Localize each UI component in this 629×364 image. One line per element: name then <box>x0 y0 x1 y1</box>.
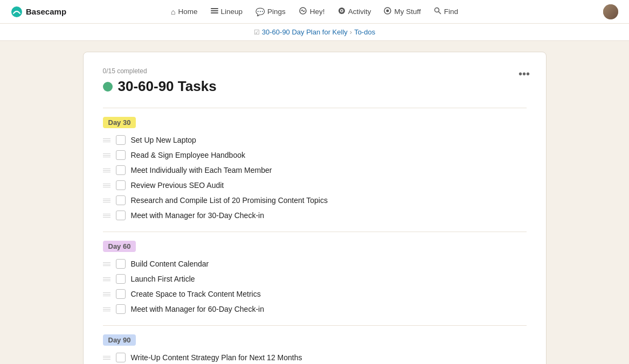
table-row[interactable]: Research and Compile List of 20 Promisin… <box>103 193 527 208</box>
table-row[interactable]: Meet Individually with Each Team Member <box>103 163 527 178</box>
todo-checkbox[interactable] <box>116 135 126 145</box>
avatar-image <box>603 4 618 19</box>
group-badge-day30: Day 30 <box>103 117 136 128</box>
svg-rect-1 <box>211 8 218 9</box>
top-nav: Basecamp ⌂ Home Lineup 💬 Pings <box>0 0 629 24</box>
drag-handle-icon[interactable] <box>103 292 110 296</box>
nav-pings[interactable]: 💬 Pings <box>250 4 291 19</box>
nav-home-label: Home <box>178 8 198 16</box>
drag-handle-icon[interactable] <box>103 138 110 142</box>
table-row[interactable]: Meet with Manager for 60-Day Check-in <box>103 302 527 317</box>
breadcrumb-icon: ☑ <box>254 29 260 36</box>
basecamp-icon <box>11 6 23 18</box>
table-row[interactable]: Launch First Article <box>103 271 527 286</box>
todo-text: Read & Sign Employee Handbook <box>131 151 245 159</box>
nav-activity[interactable]: Activity <box>333 4 377 19</box>
todo-checkbox[interactable] <box>116 259 126 269</box>
task-title-row: 30-60-90 Tasks <box>103 78 527 95</box>
nav-hey-label: Hey! <box>310 8 325 16</box>
nav-lineup[interactable]: Lineup <box>205 4 248 19</box>
drag-handle-icon[interactable] <box>103 184 110 187</box>
groups-container: Day 30Set Up New LaptopRead & Sign Emplo… <box>103 117 527 364</box>
todo-checkbox[interactable] <box>116 180 126 190</box>
todo-text: Build Content Calendar <box>131 260 209 268</box>
activity-icon <box>338 7 345 16</box>
hey-icon <box>299 7 307 16</box>
completion-status: 0/15 completed <box>103 67 527 75</box>
table-row[interactable]: Build Content Calendar <box>103 256 527 271</box>
group-label-day30: Day 30 <box>103 117 527 132</box>
nav-pings-label: Pings <box>267 8 286 16</box>
todo-checkbox[interactable] <box>116 289 126 299</box>
breadcrumb-separator: › <box>350 28 352 36</box>
todo-checkbox[interactable] <box>116 353 126 362</box>
group-label-day90: Day 90 <box>103 334 527 350</box>
nav-find[interactable]: Find <box>428 4 464 19</box>
group-divider <box>103 232 527 232</box>
todo-list-day30: Set Up New LaptopRead & Sign Employee Ha… <box>103 132 527 223</box>
table-row[interactable]: Meet with Manager for 30-Day Check-in <box>103 208 527 223</box>
activity-svg <box>338 7 345 15</box>
todo-text: Meet with Manager for 30-Day Check-in <box>131 211 264 220</box>
todo-checkbox[interactable] <box>116 195 126 205</box>
more-options-icon: ••• <box>519 68 530 80</box>
table-row[interactable]: Review Previous SEO Audit <box>103 178 527 193</box>
header-divider <box>103 108 527 108</box>
drag-handle-icon[interactable] <box>103 262 110 266</box>
drag-handle-icon[interactable] <box>103 214 110 218</box>
find-icon <box>434 7 441 16</box>
todo-checkbox[interactable] <box>116 211 126 220</box>
nav-home[interactable]: ⌂ Home <box>165 4 203 19</box>
nav-hey[interactable]: Hey! <box>293 4 330 19</box>
mystuff-icon <box>384 7 391 16</box>
nav-find-label: Find <box>444 8 458 16</box>
task-header: 0/15 completed 30-60-90 Tasks <box>103 67 527 95</box>
todo-text: Meet Individually with Each Team Member <box>131 166 272 174</box>
group-label-day60: Day 60 <box>103 241 527 256</box>
hey-svg <box>299 7 307 15</box>
brand-logo[interactable]: Basecamp <box>11 6 66 18</box>
breadcrumb-project-link[interactable]: 30-60-90 Day Plan for Kelly <box>262 28 348 36</box>
main-content: ••• 0/15 completed 30-60-90 Tasks Day 30… <box>0 41 629 364</box>
user-avatar[interactable] <box>603 4 618 19</box>
find-svg <box>434 7 441 15</box>
table-row[interactable]: Read & Sign Employee Handbook <box>103 148 527 163</box>
todo-text: Write-Up Content Strategy Plan for Next … <box>131 353 302 362</box>
nav-lineup-label: Lineup <box>221 8 243 16</box>
drag-handle-icon[interactable] <box>103 153 110 157</box>
table-row[interactable]: Write-Up Content Strategy Plan for Next … <box>103 350 527 364</box>
svg-rect-3 <box>211 12 218 13</box>
group-badge-day60: Day 60 <box>103 241 136 252</box>
todo-text: Launch First Article <box>131 275 195 283</box>
svg-point-9 <box>386 10 389 12</box>
page-title: 30-60-90 Tasks <box>118 78 217 95</box>
svg-rect-2 <box>211 10 218 11</box>
home-icon: ⌂ <box>171 8 175 16</box>
todo-list-day60: Build Content CalendarLaunch First Artic… <box>103 256 527 317</box>
brand-name: Basecamp <box>26 7 66 16</box>
todo-text: Review Previous SEO Audit <box>131 181 224 190</box>
svg-line-11 <box>438 12 440 14</box>
breadcrumb-section-link[interactable]: To-dos <box>354 28 375 36</box>
mystuff-svg <box>384 7 391 15</box>
nav-links: ⌂ Home Lineup 💬 Pings <box>165 4 464 19</box>
todo-text: Create Space to Track Content Metrics <box>131 290 261 298</box>
lineup-svg <box>211 7 218 15</box>
status-dot <box>103 82 113 92</box>
todo-text: Meet with Manager for 60-Day Check-in <box>131 305 264 313</box>
drag-handle-icon[interactable] <box>103 199 110 202</box>
drag-handle-icon[interactable] <box>103 277 110 281</box>
drag-handle-icon[interactable] <box>103 307 110 311</box>
content-card: ••• 0/15 completed 30-60-90 Tasks Day 30… <box>83 52 547 364</box>
table-row[interactable]: Set Up New Laptop <box>103 132 527 148</box>
drag-handle-icon[interactable] <box>103 169 110 172</box>
todo-checkbox[interactable] <box>116 304 126 314</box>
more-options-button[interactable]: ••• <box>516 65 533 82</box>
nav-mystuff[interactable]: My Stuff <box>378 4 426 19</box>
todo-checkbox[interactable] <box>116 274 126 284</box>
todo-checkbox[interactable] <box>116 150 126 160</box>
drag-handle-icon[interactable] <box>103 356 110 360</box>
table-row[interactable]: Create Space to Track Content Metrics <box>103 286 527 302</box>
todo-list-day90: Write-Up Content Strategy Plan for Next … <box>103 350 527 364</box>
todo-checkbox[interactable] <box>116 165 126 175</box>
